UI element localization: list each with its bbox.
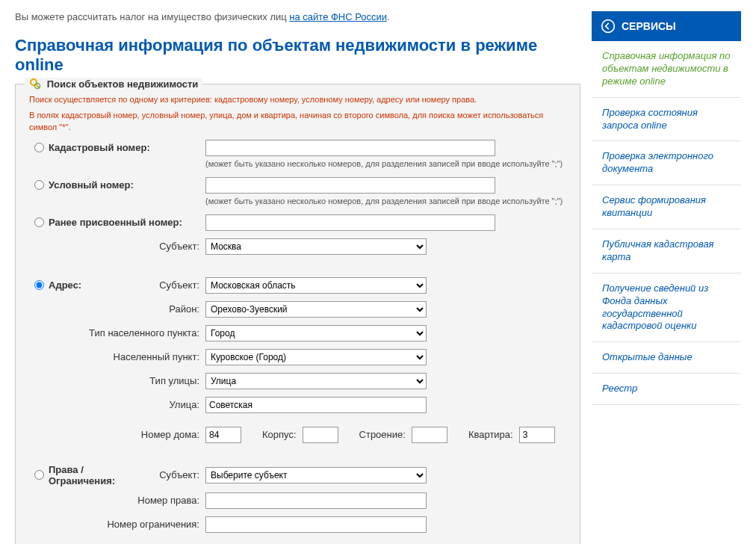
label-uslovny: Условный номер:	[49, 179, 205, 191]
svg-point-5	[602, 20, 615, 33]
sidebar-item-0[interactable]: Справочная информация по объектам недвиж…	[592, 41, 741, 98]
sidebar-item-3[interactable]: Сервис формирования квитанции	[592, 185, 741, 229]
warning-2: В полях кадастровый номер, условный номе…	[29, 109, 566, 134]
top-note-suffix: .	[387, 11, 390, 22]
select-sttype[interactable]: Улица	[205, 373, 427, 389]
input-kvartira[interactable]	[519, 427, 555, 443]
label-prev: Ранее присвоенный номер:	[49, 217, 205, 228]
arrow-left-circle-icon	[601, 19, 616, 34]
input-rightno[interactable]	[205, 492, 427, 509]
select-rights-subj[interactable]: Выберите субъект	[205, 467, 427, 483]
page-title: Справочная информация по объектам недвиж…	[15, 36, 580, 75]
input-uslovny[interactable]	[205, 177, 495, 194]
label-nptype: Тип населенного пункта:	[49, 327, 205, 339]
sidebar: СЕРВИСЫ Справочная информация по объекта…	[592, 11, 741, 544]
sidebar-item-7[interactable]: Реестр	[592, 374, 741, 405]
input-house[interactable]	[205, 427, 241, 443]
radio-uslovny[interactable]	[34, 180, 44, 190]
sidebar-item-5[interactable]: Получение сведений из Фонда данных госуд…	[592, 273, 741, 343]
select-addr-subj[interactable]: Московская область	[205, 277, 427, 294]
panel-header: Поиск объектов недвижимости	[25, 78, 202, 90]
input-street[interactable]	[205, 397, 427, 413]
label-np: Населенный пункт:	[49, 351, 205, 362]
radio-kadastr[interactable]	[34, 143, 44, 152]
label-korpus: Корпус:	[262, 429, 297, 440]
label-kvartira: Квартира:	[468, 429, 513, 440]
sidebar-header[interactable]: СЕРВИСЫ	[592, 11, 741, 41]
input-korpus[interactable]	[303, 427, 338, 443]
radio-address[interactable]	[34, 280, 44, 290]
select-nptype[interactable]: Город	[205, 325, 427, 341]
label-street: Улица:	[49, 399, 205, 410]
sidebar-item-1[interactable]: Проверка состояния запроса online	[592, 98, 741, 142]
label-sttype: Тип улицы:	[49, 375, 205, 386]
label-rights-subj: Субъект:	[149, 469, 205, 480]
panel-title-text: Поиск объектов недвижимости	[47, 78, 199, 90]
top-note: Вы можете рассчитать налог на имущество …	[15, 11, 580, 22]
input-prev[interactable]	[205, 214, 495, 231]
search-property-icon	[29, 78, 41, 90]
label-limitno: Номер ограничения:	[49, 519, 205, 530]
warning-1: Поиск осуществляется по одному из критер…	[29, 93, 566, 106]
input-kadastr[interactable]	[205, 140, 495, 156]
label-house: Номер дома:	[49, 429, 205, 440]
input-limitno[interactable]	[205, 516, 427, 533]
hint-kadastr: (может быть указано несколько номеров, д…	[205, 159, 566, 168]
top-note-prefix: Вы можете рассчитать налог на имущество …	[15, 11, 289, 22]
label-addr-subj: Субъект:	[101, 279, 205, 291]
fns-link[interactable]: на сайте ФНС России	[289, 11, 387, 22]
select-rayon[interactable]: Орехово-Зуевский	[205, 301, 427, 318]
sidebar-item-4[interactable]: Публичная кадастровая карта	[592, 229, 741, 273]
label-rights: Права / Ограничения:	[49, 464, 149, 486]
label-stroenie: Строение:	[359, 429, 406, 440]
hint-uslovny: (может быть указано несколько номеров, д…	[205, 197, 566, 205]
label-prev-subj: Субъект:	[49, 241, 205, 252]
sidebar-header-text: СЕРВИСЫ	[622, 20, 676, 32]
select-np[interactable]: Куровское (Город)	[205, 349, 427, 365]
label-address: Адрес:	[49, 279, 101, 291]
radio-prev[interactable]	[34, 217, 44, 227]
search-panel: Поиск объектов недвижимости Поиск осущес…	[15, 84, 580, 544]
select-prev-subj[interactable]: Москва	[205, 238, 427, 255]
sidebar-item-2[interactable]: Проверка электронного документа	[592, 141, 741, 185]
label-rayon: Район:	[49, 303, 205, 315]
label-kadastr: Кадастровый номер:	[49, 142, 205, 153]
label-rightno: Номер права:	[49, 495, 205, 506]
radio-rights[interactable]	[34, 470, 44, 480]
sidebar-item-6[interactable]: Открытые данные	[592, 342, 741, 374]
input-stroenie[interactable]	[412, 427, 447, 443]
